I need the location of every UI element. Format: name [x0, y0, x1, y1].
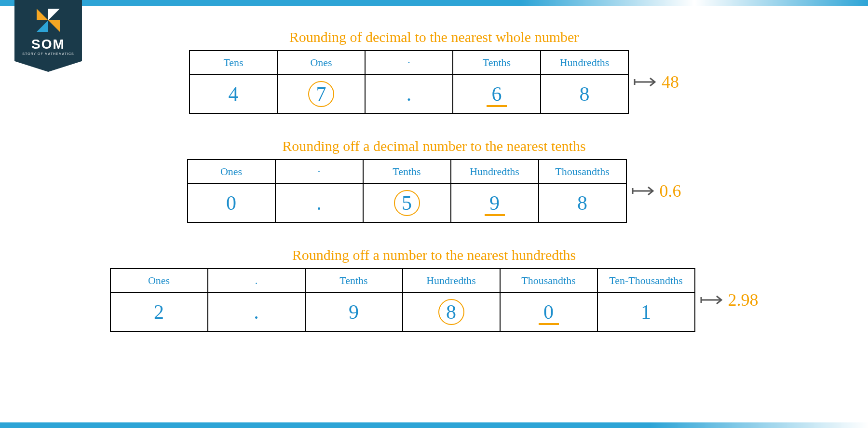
rounding-digit: 8	[438, 299, 464, 325]
digit-cell: 7	[277, 75, 365, 113]
digit-cell: 9	[451, 184, 539, 222]
rounding-digit: 7	[308, 81, 334, 107]
section-title: Rounding off a number to the nearest hun…	[292, 247, 576, 263]
digit-cell: 4	[190, 75, 277, 113]
section-title: Rounding off a decimal number to the nea…	[282, 138, 585, 154]
digit-cell: 8	[403, 293, 500, 331]
bottom-accent-bar	[0, 422, 868, 428]
digit: 9	[342, 298, 366, 326]
place-value-table: Ones·TenthsHundredthsThousandths0.598	[187, 159, 627, 223]
digit-cell: 1	[597, 293, 695, 331]
decider-digit: 9	[483, 190, 506, 217]
place-value-header: Tenths	[363, 160, 451, 184]
place-value-header: Ones	[110, 269, 208, 293]
digit-cell: .	[365, 75, 453, 113]
digit-cell: 5	[363, 184, 451, 222]
arrow-right-icon	[700, 294, 724, 306]
rounding-section: Rounding off a decimal number to the nea…	[0, 138, 868, 223]
digit: 0	[220, 190, 243, 217]
digit: 1	[635, 298, 658, 326]
rounding-section: Rounding of decimal to the nearest whole…	[0, 29, 868, 114]
digit-cell: 2	[110, 293, 208, 331]
digit-cell: 8	[541, 75, 628, 113]
arrow-right-icon	[632, 185, 656, 197]
decider-digit: 6	[485, 81, 508, 108]
place-value-header: Thousandths	[539, 160, 626, 184]
place-value-header: Tenths	[305, 269, 403, 293]
rounded-result: 0.6	[660, 181, 681, 201]
rounding-digit: 5	[394, 190, 420, 216]
result-arrow: 2.98	[700, 290, 759, 310]
place-value-header: Hundredths	[403, 269, 500, 293]
digit: .	[245, 298, 268, 326]
place-value-header: ·	[365, 51, 453, 75]
digit-cell: .	[275, 184, 363, 222]
table-wrap: TensOnes·TenthsHundredths47.6848	[189, 50, 679, 114]
place-value-header: Hundredths	[541, 51, 628, 75]
place-value-table: Ones.TenthsHundredthsThousandthsTen-Thou…	[110, 268, 695, 332]
digit-cell: 6	[453, 75, 541, 113]
digit-cell: 0	[500, 293, 597, 331]
page-content: Rounding of decimal to the nearest whole…	[0, 29, 868, 332]
place-value-header: Tens	[190, 51, 277, 75]
place-value-header: .	[208, 269, 305, 293]
rounding-section: Rounding off a number to the nearest hun…	[0, 247, 868, 332]
digit: .	[308, 190, 331, 217]
decider-digit: 0	[537, 298, 560, 326]
digit-cell: 0	[188, 184, 275, 222]
digit: .	[397, 81, 420, 108]
place-value-header: Thousandths	[500, 269, 597, 293]
place-value-header: Tenths	[453, 51, 541, 75]
result-arrow: 48	[634, 72, 679, 92]
place-value-header: Ones	[277, 51, 365, 75]
digit: 8	[573, 81, 596, 108]
top-accent-bar	[0, 0, 868, 6]
digit-cell: .	[208, 293, 305, 331]
place-value-header: ·	[275, 160, 363, 184]
digit: 4	[222, 81, 245, 108]
place-value-header: Ones	[188, 160, 275, 184]
rounded-result: 48	[662, 72, 679, 92]
table-wrap: Ones.TenthsHundredthsThousandthsTen-Thou…	[110, 268, 759, 332]
section-title: Rounding of decimal to the nearest whole…	[289, 29, 579, 45]
digit-cell: 8	[539, 184, 626, 222]
place-value-header: Hundredths	[451, 160, 539, 184]
place-value-header: Ten-Thousandths	[597, 269, 695, 293]
rounded-result: 2.98	[728, 290, 759, 310]
arrow-right-icon	[634, 76, 658, 88]
digit: 8	[571, 190, 594, 217]
digit-cell: 9	[305, 293, 403, 331]
place-value-table: TensOnes·TenthsHundredths47.68	[189, 50, 629, 114]
result-arrow: 0.6	[632, 181, 681, 201]
digit: 2	[148, 298, 171, 326]
table-wrap: Ones·TenthsHundredthsThousandths0.5980.6	[187, 159, 681, 223]
brand-mark-icon	[37, 9, 60, 32]
